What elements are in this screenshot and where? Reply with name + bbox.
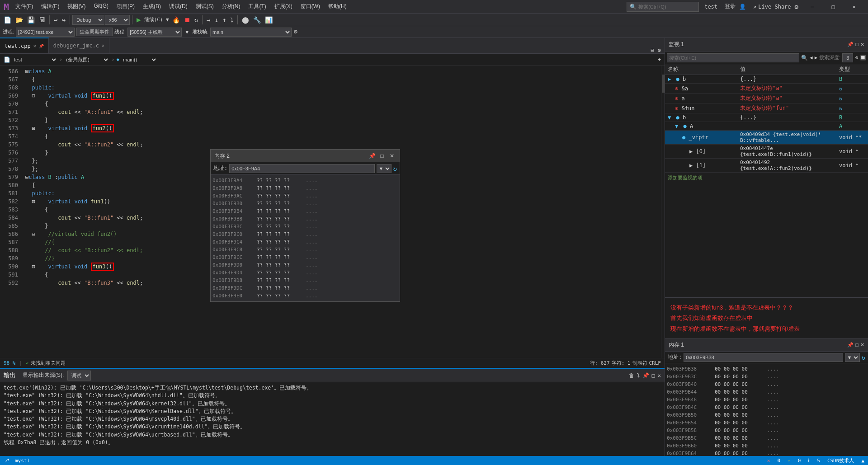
- tab-test-cpp-close[interactable]: ✕: [33, 43, 36, 48]
- menu-window[interactable]: 窗口(W): [297, 1, 324, 12]
- notification-btn[interactable]: ▲: [861, 458, 864, 464]
- watch-close-btn[interactable]: ✕: [860, 42, 864, 47]
- menu-file[interactable]: 文件(F): [12, 1, 37, 12]
- memory2-pin-btn[interactable]: 📌: [368, 152, 376, 160]
- watch-pin-btn[interactable]: 📌: [847, 42, 854, 47]
- output-pin-btn[interactable]: 📌: [642, 372, 649, 379]
- tab-debugger-jmc[interactable]: debugger_jmc.c ✕: [49, 38, 109, 53]
- watch-back-btn[interactable]: ◀: [810, 55, 813, 61]
- watch-row-a2[interactable]: ⊗ a 未定义标识符"a" ↻: [665, 94, 868, 103]
- watch-row-b1[interactable]: ▶ ● b {...} B: [665, 75, 868, 84]
- watch-search-btn[interactable]: 🔍: [801, 55, 808, 61]
- menu-build[interactable]: 生成(B): [139, 1, 165, 12]
- zoom-btn[interactable]: 98 %: [4, 360, 16, 366]
- tab-test-cpp-pin[interactable]: 📌: [39, 44, 44, 48]
- watch-row-1[interactable]: ▶ [1] 0x00401492 {test.exe!A::fun2(void)…: [665, 159, 868, 173]
- watch-row-fun1[interactable]: ⊗ &fun 未定义标识符"fun" ↻: [665, 103, 868, 113]
- stack-dropdown[interactable]: main: [210, 28, 292, 37]
- memory2-float-btn[interactable]: □: [378, 152, 386, 160]
- tab-split-btn[interactable]: ⊟: [649, 47, 656, 53]
- tab-debugger-close[interactable]: ✕: [102, 43, 104, 48]
- expand-A[interactable]: ▼: [675, 123, 678, 129]
- redo-btn[interactable]: ↪: [60, 15, 67, 24]
- memory1-close-btn[interactable]: ✕: [860, 342, 864, 348]
- step-into-btn[interactable]: ↓: [213, 15, 220, 24]
- refresh-fun1[interactable]: ↻: [839, 105, 842, 112]
- memory2-close-btn[interactable]: ✕: [388, 152, 396, 160]
- hot-reload-btn[interactable]: 🔥: [170, 15, 182, 24]
- step-over-btn[interactable]: →: [205, 15, 212, 24]
- output-content[interactable]: test.exe'(Win32): 已加载 'C:\Users\s300\Des…: [0, 382, 665, 456]
- output-clear-btn[interactable]: 🗑: [629, 372, 634, 379]
- menu-project[interactable]: 项目(P): [113, 1, 138, 12]
- memory1-refresh-btn[interactable]: ↻: [862, 354, 865, 361]
- menu-git[interactable]: Git(G): [90, 1, 112, 12]
- expand-b1[interactable]: ▶: [668, 76, 671, 82]
- filter-icon[interactable]: ▼: [184, 29, 189, 35]
- memory2-addr-input[interactable]: [229, 164, 374, 173]
- platform-dropdown[interactable]: x86 x64: [105, 15, 130, 25]
- performance-btn[interactable]: 📊: [263, 15, 274, 24]
- scope-dropdown[interactable]: test: [12, 55, 57, 64]
- stack-options-icon[interactable]: ⚙: [293, 29, 298, 35]
- memory2-addr-dropdown[interactable]: ▼: [377, 164, 392, 173]
- watch-expand-btn[interactable]: 🔲: [860, 55, 866, 61]
- tab-test-cpp[interactable]: test.cpp ✕ 📌: [0, 38, 49, 53]
- memory2-refresh-btn[interactable]: ↻: [393, 165, 397, 172]
- global-search-input[interactable]: [638, 4, 693, 9]
- run-cursor-btn[interactable]: ⤵: [228, 15, 235, 24]
- menu-view[interactable]: 视图(V): [64, 1, 89, 12]
- menu-extensions[interactable]: 扩展(X): [271, 1, 296, 12]
- menu-edit[interactable]: 编辑(E): [38, 1, 63, 12]
- scroll-thumb[interactable]: [662, 75, 665, 93]
- memory1-float-btn[interactable]: □: [855, 342, 859, 348]
- watch-row-a1[interactable]: ⊗ &a 未定义标识符"a" ↻: [665, 84, 868, 94]
- menu-help[interactable]: 帮助(H): [325, 1, 350, 12]
- menu-test[interactable]: 测试(S): [192, 1, 217, 12]
- debug-tools-btn[interactable]: 🔧: [251, 15, 263, 24]
- continue-btn[interactable]: ▶: [135, 14, 143, 25]
- restart-btn[interactable]: ↻: [193, 15, 200, 24]
- new-file-btn[interactable]: 📄: [2, 15, 13, 24]
- output-float-btn[interactable]: □: [652, 372, 655, 379]
- func-dropdown[interactable]: main(): [121, 55, 157, 64]
- save-btn[interactable]: 💾: [25, 15, 37, 24]
- process-dropdown[interactable]: [24920] test.exe: [16, 28, 75, 37]
- watch-float-btn[interactable]: □: [855, 42, 859, 47]
- minimize-btn[interactable]: —: [802, 0, 823, 14]
- watch-row-b2[interactable]: ▼ ● b {...} B: [665, 113, 868, 122]
- settings-icon[interactable]: ⚙: [795, 3, 798, 10]
- refresh-a2[interactable]: ↻: [839, 95, 842, 102]
- save-all-btn[interactable]: 🖫: [37, 15, 47, 24]
- watch-forward-btn[interactable]: ▶: [815, 55, 818, 61]
- menu-analyze[interactable]: 分析(N): [218, 1, 244, 12]
- expand-b2[interactable]: ▼: [668, 114, 671, 121]
- editor-scrollbar[interactable]: [661, 66, 665, 358]
- menu-tools[interactable]: 工具(T): [245, 1, 269, 12]
- output-close-btn[interactable]: ✕: [658, 372, 661, 379]
- scope-dropdown2[interactable]: (全局范围): [64, 55, 109, 64]
- config-dropdown[interactable]: Debug Release: [72, 15, 104, 25]
- undo-btn[interactable]: ↩: [52, 15, 59, 24]
- add-watch-btn[interactable]: 添加要监视的项: [665, 173, 868, 183]
- refresh-a1[interactable]: ↻: [839, 85, 842, 92]
- watch-search-input[interactable]: [667, 53, 799, 62]
- maximize-btn[interactable]: □: [823, 0, 844, 14]
- output-wrap-btn[interactable]: ⤵: [637, 372, 640, 379]
- watch-row-0[interactable]: ▶ [0] 0x00401447e {test.exe!B::fun1(void…: [665, 145, 868, 159]
- lifecycle-btn[interactable]: 生命周期事件: [76, 28, 113, 36]
- stop-btn[interactable]: ⏹: [182, 15, 192, 24]
- watch-options-btn[interactable]: ⚙: [855, 55, 858, 61]
- search-depth-input[interactable]: [842, 53, 853, 62]
- close-btn[interactable]: ✕: [844, 0, 864, 14]
- output-source-select[interactable]: 调试: [67, 371, 91, 380]
- thread-dropdown[interactable]: [50556] 主线程: [127, 28, 182, 37]
- watch-row-A[interactable]: ▼ ● A A: [665, 122, 868, 131]
- menu-debug[interactable]: 调试(D): [165, 1, 191, 12]
- watch-row-vfptr[interactable]: ● _vfptr 0x00409d34 {test.exe|void(* B::…: [665, 131, 868, 145]
- open-btn[interactable]: 📂: [14, 15, 25, 24]
- memory1-addr-input[interactable]: [684, 353, 843, 362]
- breadcrumb-add-btn[interactable]: +: [658, 56, 661, 63]
- memory1-pin-btn[interactable]: 📌: [847, 342, 854, 348]
- login-btn[interactable]: 登录: [725, 3, 736, 10]
